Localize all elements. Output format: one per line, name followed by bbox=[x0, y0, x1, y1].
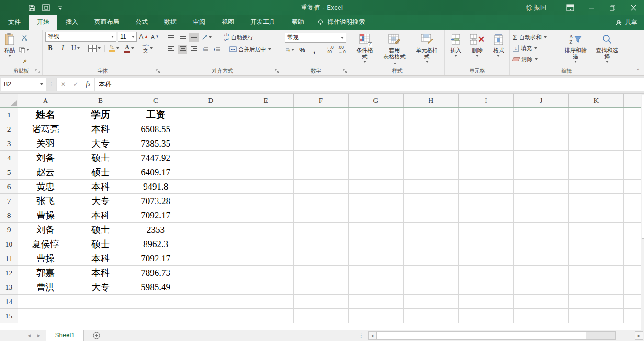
cell-b13[interactable]: 大专 bbox=[73, 280, 128, 295]
cell-j2[interactable] bbox=[514, 122, 569, 136]
cell-partial-6[interactable] bbox=[624, 180, 641, 194]
find-select-button[interactable]: 查找和选择 bbox=[591, 31, 622, 67]
cell-g12[interactable] bbox=[349, 266, 404, 280]
row-header-4[interactable]: 4 bbox=[0, 151, 18, 165]
cell-f2[interactable] bbox=[294, 122, 349, 136]
cut-icon[interactable] bbox=[18, 33, 30, 43]
cell-e15[interactable] bbox=[238, 309, 294, 323]
row-header-9[interactable]: 9 bbox=[0, 223, 18, 237]
cell-a12[interactable]: 郭嘉 bbox=[18, 266, 73, 280]
cell-i9[interactable] bbox=[459, 223, 514, 237]
cell-partial-10[interactable] bbox=[624, 237, 641, 251]
tab-insert[interactable]: 插入 bbox=[57, 15, 86, 30]
row-header-15[interactable]: 15 bbox=[0, 309, 18, 323]
cell-k5[interactable] bbox=[569, 165, 624, 180]
cell-g6[interactable] bbox=[349, 180, 404, 194]
cell-b3[interactable]: 大专 bbox=[73, 136, 128, 151]
cell-b5[interactable]: 硕士 bbox=[73, 165, 128, 180]
restore-button[interactable] bbox=[602, 0, 623, 15]
cell-partial-4[interactable] bbox=[624, 151, 641, 165]
cell-b9[interactable]: 硕士 bbox=[73, 223, 128, 237]
cell-k3[interactable] bbox=[569, 136, 624, 151]
share-button[interactable]: 共享 bbox=[615, 18, 637, 27]
cell-b8[interactable]: 本科 bbox=[73, 208, 128, 223]
cell-d3[interactable] bbox=[183, 136, 238, 151]
cell-a3[interactable]: 关羽 bbox=[18, 136, 73, 151]
cell-i12[interactable] bbox=[459, 266, 514, 280]
formula-input[interactable]: 本科 bbox=[94, 78, 644, 91]
cell-f3[interactable] bbox=[294, 136, 349, 151]
cell-f9[interactable] bbox=[294, 223, 349, 237]
cell-e6[interactable] bbox=[238, 180, 294, 194]
cell-g1[interactable] bbox=[349, 108, 404, 122]
sort-filter-button[interactable]: AZ 排序和筛选 bbox=[561, 31, 591, 67]
cancel-icon[interactable]: ✕ bbox=[61, 81, 66, 88]
column-header-b[interactable]: B bbox=[73, 94, 128, 107]
cell-g3[interactable] bbox=[349, 136, 404, 151]
row-header-12[interactable]: 12 bbox=[0, 266, 18, 280]
alignment-dialog-launcher-icon[interactable] bbox=[275, 69, 280, 74]
row-header-8[interactable]: 8 bbox=[0, 208, 18, 223]
percent-style-icon[interactable]: % bbox=[297, 45, 307, 55]
tab-home[interactable]: 开始 bbox=[29, 15, 57, 30]
tell-me-search[interactable]: 操作说明搜索 bbox=[312, 18, 370, 30]
column-header-g[interactable]: G bbox=[349, 94, 404, 107]
clipboard-dialog-launcher-icon[interactable] bbox=[35, 69, 40, 74]
cell-partial-12[interactable] bbox=[624, 266, 641, 280]
cell-c10[interactable]: 8962.3 bbox=[128, 237, 183, 251]
column-header-a[interactable]: A bbox=[18, 94, 73, 107]
cell-c7[interactable]: 7073.28 bbox=[128, 194, 183, 208]
cell-b15[interactable] bbox=[73, 309, 128, 323]
cell-c2[interactable]: 6508.55 bbox=[128, 122, 183, 136]
cell-d15[interactable] bbox=[183, 309, 238, 323]
cell-a10[interactable]: 夏侯惇 bbox=[18, 237, 73, 251]
font-color-button[interactable]: A bbox=[123, 44, 135, 53]
tab-scroll-splitter[interactable]: ⋮ bbox=[359, 333, 363, 338]
cell-e7[interactable] bbox=[238, 194, 294, 208]
cell-g13[interactable] bbox=[349, 280, 404, 295]
cell-c4[interactable]: 7447.92 bbox=[128, 151, 183, 165]
cell-a2[interactable]: 诸葛亮 bbox=[18, 122, 73, 136]
cell-g11[interactable] bbox=[349, 251, 404, 266]
cell-i3[interactable] bbox=[459, 136, 514, 151]
cell-j5[interactable] bbox=[514, 165, 569, 180]
borders-button[interactable] bbox=[87, 44, 102, 53]
cell-f8[interactable] bbox=[294, 208, 349, 223]
cell-c12[interactable]: 7896.73 bbox=[128, 266, 183, 280]
font-size-combo[interactable]: 11 bbox=[118, 32, 137, 42]
cell-j13[interactable] bbox=[514, 280, 569, 295]
cell-a9[interactable]: 刘备 bbox=[18, 223, 73, 237]
cell-f4[interactable] bbox=[294, 151, 349, 165]
cell-j6[interactable] bbox=[514, 180, 569, 194]
cell-k12[interactable] bbox=[569, 266, 624, 280]
row-header-13[interactable]: 13 bbox=[0, 280, 18, 295]
column-header-k[interactable]: K bbox=[569, 94, 624, 107]
cell-e8[interactable] bbox=[238, 208, 294, 223]
decrease-indent-icon[interactable] bbox=[201, 45, 210, 54]
formula-bar-splitter[interactable]: ⋮ bbox=[46, 81, 56, 87]
cell-a15[interactable] bbox=[18, 309, 73, 323]
cell-d5[interactable] bbox=[183, 165, 238, 180]
cell-i7[interactable] bbox=[459, 194, 514, 208]
column-header-d[interactable]: D bbox=[183, 94, 238, 107]
cell-partial-9[interactable] bbox=[624, 223, 641, 237]
cell-k11[interactable] bbox=[569, 251, 624, 266]
fill-button[interactable]: ↓ 填充 bbox=[512, 44, 559, 53]
cell-a1[interactable]: 姓名 bbox=[18, 108, 73, 122]
cell-c11[interactable]: 7092.17 bbox=[128, 251, 183, 266]
cell-b14[interactable] bbox=[73, 295, 128, 309]
cell-a5[interactable]: 赵云 bbox=[18, 165, 73, 180]
cell-d6[interactable] bbox=[183, 180, 238, 194]
vertical-scrollbar[interactable] bbox=[641, 94, 644, 330]
cell-c5[interactable]: 6409.17 bbox=[128, 165, 183, 180]
cell-k10[interactable] bbox=[569, 237, 624, 251]
cell-i13[interactable] bbox=[459, 280, 514, 295]
cell-h5[interactable] bbox=[404, 165, 459, 180]
column-header-e[interactable]: E bbox=[238, 94, 294, 107]
copy-icon[interactable] bbox=[18, 45, 30, 55]
cell-g5[interactable] bbox=[349, 165, 404, 180]
cell-e4[interactable] bbox=[238, 151, 294, 165]
cell-f13[interactable] bbox=[294, 280, 349, 295]
cell-i4[interactable] bbox=[459, 151, 514, 165]
cell-g7[interactable] bbox=[349, 194, 404, 208]
